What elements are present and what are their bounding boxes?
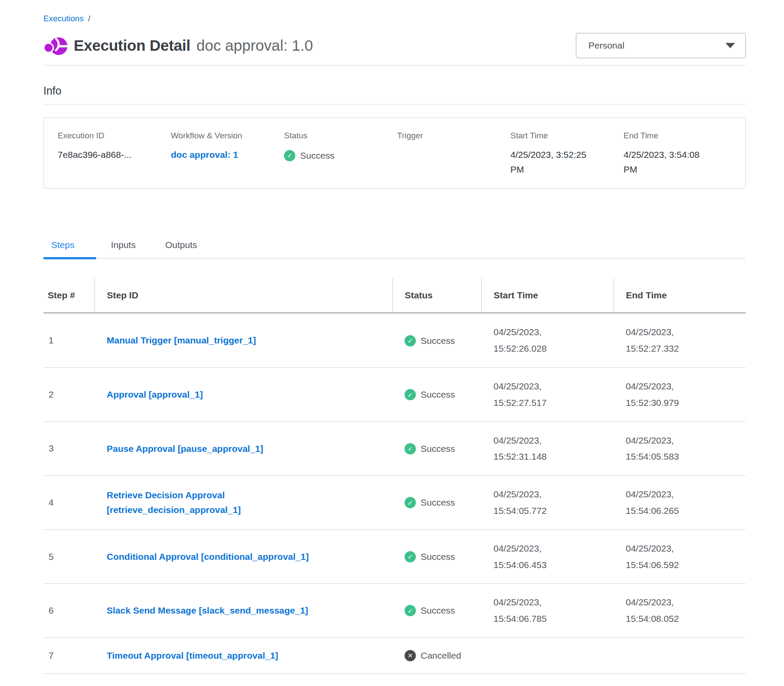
page-header: Execution Detail doc approval: 1.0 Perso…	[43, 33, 746, 58]
breadcrumb-link-executions[interactable]: Executions	[43, 14, 84, 23]
status-badge: ✓Success	[405, 497, 455, 508]
status-badge: ✓ Success	[284, 148, 334, 163]
check-icon: ✓	[405, 605, 416, 616]
scope-dropdown-value: Personal	[588, 40, 624, 51]
step-link[interactable]: Pause Approval [pause_approval_1]	[107, 441, 263, 456]
status-badge: ✓Success	[405, 551, 455, 562]
end-time-cell: 04/25/2023, 15:52:30.979	[614, 368, 746, 422]
scope-dropdown[interactable]: Personal	[576, 33, 746, 58]
check-icon: ✓	[284, 150, 295, 161]
info-field-status: Status ✓ Success	[284, 131, 397, 177]
workflow-icon	[43, 33, 68, 58]
page-subtitle: doc approval: 1.0	[196, 37, 313, 54]
tab-bar: Steps Inputs Outputs	[43, 240, 746, 258]
info-field-end-time: End Time 4/25/2023, 3:54:08 PM	[624, 131, 732, 177]
status-text: Success	[421, 444, 455, 454]
end-time-cell: 04/25/2023, 15:54:06.265	[614, 476, 746, 530]
step-number: 7	[43, 638, 95, 674]
table-row: 1 Manual Trigger [manual_trigger_1] ✓Suc…	[43, 313, 746, 368]
header-divider	[43, 65, 746, 65]
tab-steps[interactable]: Steps	[43, 240, 96, 258]
end-time-value: 4/25/2023, 3:54:08 PM	[624, 147, 706, 177]
step-link[interactable]: Approval [approval_1]	[107, 387, 203, 402]
execution-detail-page: Executions / Execution Detail doc approv…	[0, 14, 784, 686]
end-time-cell: 04/25/2023, 15:54:06.592	[614, 529, 746, 584]
column-header-step-number: Step #	[43, 278, 95, 313]
step-number: 2	[43, 368, 95, 422]
check-icon: ✓	[405, 497, 416, 508]
status-text: Success	[421, 497, 455, 508]
breadcrumb-separator: /	[88, 14, 90, 23]
page-title: Execution Detail	[74, 37, 190, 54]
info-field-trigger: Trigger	[397, 131, 510, 177]
status-text: Cancelled	[421, 650, 461, 661]
start-time-cell: 04/25/2023, 15:52:31.148	[481, 421, 614, 476]
status-text: Success	[421, 389, 455, 400]
status-text: Success	[300, 148, 334, 163]
info-heading: Info	[43, 85, 746, 97]
end-time-cell: 04/25/2023, 15:54:08.052	[614, 584, 746, 638]
breadcrumb: Executions /	[43, 14, 746, 23]
step-number: 1	[43, 313, 95, 368]
status-badge: ✓Success	[405, 443, 455, 454]
status-text: Success	[421, 336, 455, 346]
table-row: 2 Approval [approval_1] ✓Success 04/25/2…	[43, 368, 746, 422]
end-time-cell	[614, 638, 746, 674]
step-number: 3	[43, 421, 95, 476]
step-number: 6	[43, 584, 95, 638]
info-label: Status	[284, 131, 397, 140]
status-badge: ✕Cancelled	[405, 650, 461, 661]
check-icon: ✓	[405, 389, 416, 400]
check-icon: ✓	[405, 551, 416, 562]
status-text: Success	[421, 552, 455, 562]
end-time-cell	[614, 673, 746, 686]
table-row: 7 Timeout Approval [timeout_approval_1] …	[43, 638, 746, 674]
status-badge: ✓Success	[405, 389, 455, 400]
start-time-cell: 04/25/2023, 15:52:27.517	[481, 368, 614, 422]
info-label: Start Time	[510, 131, 624, 140]
chevron-down-icon	[725, 43, 735, 48]
start-time-cell	[481, 638, 614, 674]
table-row: 3 Pause Approval [pause_approval_1] ✓Suc…	[43, 421, 746, 476]
start-time-cell: 04/25/2023, 15:52:26.028	[481, 313, 614, 368]
info-label: Execution ID	[58, 131, 171, 140]
info-field-start-time: Start Time 4/25/2023, 3:52:25 PM	[510, 131, 624, 177]
table-header-row: Step # Step ID Status Start Time End Tim…	[43, 278, 746, 313]
tab-outputs[interactable]: Outputs	[150, 240, 212, 258]
check-icon: ✓	[405, 443, 416, 454]
step-number: 4	[43, 476, 95, 530]
execution-id-value: 7e8ac396-a868-...	[58, 147, 171, 162]
step-number: 5	[43, 529, 95, 584]
start-time-cell: 04/25/2023, 15:54:05.772	[481, 476, 614, 530]
step-link[interactable]: Manual Trigger [manual_trigger_1]	[107, 333, 256, 348]
start-time-cell	[481, 673, 614, 686]
steps-table: Step # Step ID Status Start Time End Tim…	[43, 278, 746, 686]
end-time-cell: 04/25/2023, 15:52:27.332	[614, 313, 746, 368]
column-header-step-id: Step ID	[95, 278, 392, 313]
info-label: End Time	[624, 131, 732, 140]
info-card: Execution ID 7e8ac396-a868-... Workflow …	[43, 118, 746, 189]
step-link[interactable]: Delete VMs [delete_vms_1]	[107, 684, 224, 686]
start-time-cell: 04/25/2023, 15:54:06.785	[481, 584, 614, 638]
column-header-status: Status	[392, 278, 481, 313]
table-row: 4 Retrieve Decision Approval [retrieve_d…	[43, 476, 746, 530]
step-link[interactable]: Slack Send Message [slack_send_message_1…	[107, 603, 308, 618]
step-link[interactable]: Conditional Approval [conditional_approv…	[107, 549, 309, 564]
table-row: 8 Delete VMs [delete_vms_1] ✕Cancelled	[43, 673, 746, 686]
info-field-workflow-version: Workflow & Version doc approval: 1	[171, 131, 284, 177]
start-time-value: 4/25/2023, 3:52:25 PM	[510, 147, 593, 177]
check-icon: ✓	[405, 335, 416, 346]
end-time-cell: 04/25/2023, 15:54:05.583	[614, 421, 746, 476]
table-row: 5 Conditional Approval [conditional_appr…	[43, 529, 746, 584]
workflow-version-link[interactable]: doc approval: 1	[171, 150, 238, 160]
info-field-execution-id: Execution ID 7e8ac396-a868-...	[58, 131, 171, 177]
step-link[interactable]: Timeout Approval [timeout_approval_1]	[107, 648, 278, 663]
info-divider	[43, 104, 746, 105]
start-time-cell: 04/25/2023, 15:54:06.453	[481, 529, 614, 584]
table-row: 6 Slack Send Message [slack_send_message…	[43, 584, 746, 638]
step-link[interactable]: Retrieve Decision Approval [retrieve_dec…	[107, 488, 343, 517]
cancel-icon: ✕	[405, 650, 416, 661]
tab-inputs[interactable]: Inputs	[96, 240, 150, 258]
column-header-start-time: Start Time	[481, 278, 614, 313]
status-badge: ✓Success	[405, 335, 455, 346]
